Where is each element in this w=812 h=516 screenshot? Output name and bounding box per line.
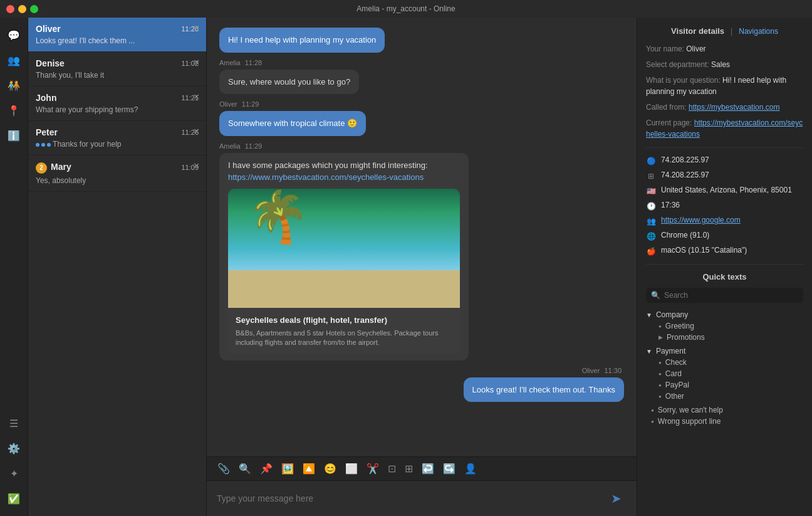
attach-icon[interactable]: 📎 [216,461,232,477]
browser-icon: 🌐 [646,231,656,241]
ip-icon: 🔵 [646,156,656,166]
close-chat-oliver[interactable]: ✕ [193,24,200,32]
your-name-value: Oliver [686,45,705,53]
qt-group-company-header[interactable]: ▼ Company [646,309,803,320]
pin-icon[interactable]: 📌 [258,461,274,477]
qt-item-paypal[interactable]: ● PayPal [646,379,803,391]
close-button[interactable] [6,5,14,13]
navigations-link[interactable]: Navigations [739,27,778,36]
search-toolbar-icon[interactable]: 🔍 [237,461,253,477]
chat-card-desc: B&Bs, Apartments and 5 star Hotels on Se… [236,329,452,348]
time-value: 17:36 [661,201,680,209]
close-chat-denise[interactable]: ✕ [193,58,200,66]
qt-item-greeting[interactable]: ● Greeting [646,320,803,332]
sidebar-item-info[interactable]: ℹ️ [3,124,25,147]
agent-icon[interactable]: 👤 [462,461,479,477]
quick-texts-tree: ▼ Company ● Greeting ▶ Promotions ▼ Paym… [646,309,803,427]
chat-name-john: John [36,93,56,103]
qt-item-wrong-support[interactable]: ● Wrong support line [646,416,803,427]
redo-icon[interactable]: ↪️ [441,461,457,477]
sidebar-item-plugins[interactable]: ✦ [3,462,25,485]
copy-icon[interactable]: ⊞ [403,461,415,477]
message-time-2: 11:28 [245,59,263,66]
qt-item-card[interactable]: ● Card [646,368,803,379]
qt-item-promotions[interactable]: ▶ Promotions [646,332,803,343]
qt-label-sorry: Sorry, we can't help [658,406,723,414]
close-chat-john[interactable]: ✕ [193,93,200,101]
emoji-icon[interactable]: 😊 [322,461,338,477]
close-chat-mary[interactable]: ✕ [193,162,200,170]
chat-item-peter[interactable]: Peter 11:26 Thanks for your help ✕ [28,121,206,155]
undo-icon[interactable]: ↩️ [420,461,436,477]
sidebar-item-location[interactable]: 📍 [3,99,25,122]
location-row: 🇺🇸 United States, Arizona, Phoenix, 8500… [646,186,803,196]
chat-preview-peter: Thanks for your help [36,140,161,149]
message-row-1: Hi! I need help with planning my vacatio… [219,28,624,53]
sidebar-item-menu[interactable]: ☰ [3,412,25,434]
message-time-3: 11:29 [242,100,259,108]
upload-icon[interactable]: 🔼 [301,461,317,477]
message-time-4: 11:29 [245,142,263,150]
cut-icon[interactable]: ✂️ [365,461,381,477]
message-bubble-4: I have some packages which you might fin… [219,153,469,361]
message-bubble-2: Sure, where would you like to go? [219,70,359,95]
quick-texts-search-input[interactable] [664,291,798,300]
window-title: Amelia - my_account - Online [357,4,455,13]
referrer-icon: 👥 [646,216,656,226]
message-link-4[interactable]: https://www.mybestvacation.com/seychelle… [228,172,424,182]
chat-preview-john: What are your shipping terms? [36,105,161,114]
quick-texts-search-box: 🔍 [646,288,803,303]
qt-group-payment-header[interactable]: ▼ Payment [646,345,803,357]
visitor-name-row: Your name: Oliver [646,43,803,55]
called-from-link[interactable]: https://mybestvacation.com [689,103,779,112]
qt-label-check: Check [665,358,687,367]
chat-name-denise: Denise [36,58,65,68]
chat-item-oliver[interactable]: Oliver 11:28 Looks great! I'll check the… [28,18,206,52]
window-controls[interactable] [6,5,38,13]
grid-icon-2: ⊞ [646,171,656,181]
grid-icon[interactable]: ⊡ [386,461,398,477]
qt-item-other[interactable]: ● Other [646,391,803,402]
qt-group-company-label: Company [656,310,688,319]
frame-icon[interactable]: ⬜ [343,461,360,477]
close-chat-peter[interactable]: ✕ [193,127,200,135]
send-button[interactable]: ➤ [606,488,627,508]
sidebar-item-settings[interactable]: ⚙️ [3,437,25,460]
bullet-icon-card: ● [658,371,662,377]
quick-texts-title: Quick texts [646,272,803,282]
chat-input-area: ➤ [207,480,637,516]
sidebar-item-status[interactable]: ✅ [3,487,25,510]
message-input[interactable] [217,493,606,503]
referrer-link[interactable]: https://www.google.com [661,216,741,224]
sidebar-item-people[interactable]: 🧑‍🤝‍🧑 [3,74,25,97]
sidebar-item-chat[interactable]: 💬 [3,24,25,46]
typing-indicator [36,143,51,147]
message-bubble-5: Looks great! I'll check them out. Thanks [464,377,624,403]
browser-value: Chrome (91.0) [661,231,709,240]
current-page-row: Current page: https://mybestvacation.com… [646,117,803,140]
message-time-5: 11:30 [604,367,622,374]
chat-item-denise[interactable]: Denise 11:02 Thank you, I'll take it ✕ [28,52,206,87]
message-label-2: Amelia 11:28 [219,59,264,66]
ip2-value: 74.208.225.97 [661,171,709,179]
flag-icon: 🇺🇸 [646,186,656,196]
chat-item-mary[interactable]: 2Mary 11:09 Yes, absolutely ✕ [28,155,206,192]
your-name-label: Your name: [646,45,684,53]
chat-item-john[interactable]: John 11:21 What are your shipping terms?… [28,87,206,121]
chat-card-title: Seychelles deals (flight, hotel, transfe… [236,314,452,327]
unread-badge-mary: 2 [36,162,47,174]
image-icon[interactable]: 🖼️ [279,461,296,477]
minimize-button[interactable] [18,5,26,13]
bullet-icon-check: ● [658,360,662,366]
qt-group-payment: ▼ Payment ● Check ● Card ● PayPal ● Ot [646,345,803,402]
right-panel: Visitor details | Navigations Your name:… [637,18,812,516]
browser-row: 🌐 Chrome (91.0) [646,231,803,241]
qt-item-sorry[interactable]: ● Sorry, we can't help [646,404,803,416]
maximize-button[interactable] [30,5,38,13]
qt-item-check[interactable]: ● Check [646,357,803,368]
dept-label: Select department: [646,60,709,69]
current-page-label: Current page: [646,118,692,127]
bullet-icon-wrong-support: ● [651,419,654,424]
sidebar-item-contacts[interactable]: 👥 [3,49,25,71]
referrer-row: 👥 https://www.google.com [646,216,803,226]
